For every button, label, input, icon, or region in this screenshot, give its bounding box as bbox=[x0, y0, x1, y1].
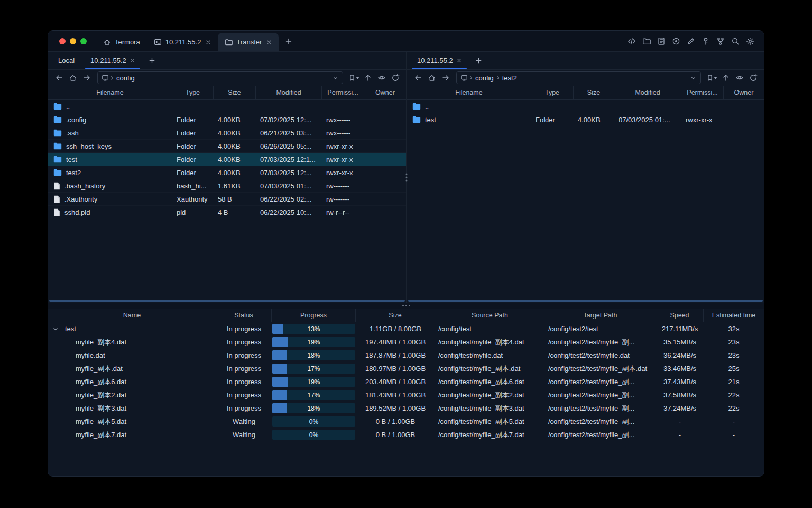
column-header[interactable]: Estimated time bbox=[704, 309, 764, 322]
expand-chevron-icon[interactable] bbox=[52, 326, 59, 332]
column-header[interactable]: Name bbox=[48, 309, 216, 322]
pane-tab-host[interactable]: 10.211.55.2 bbox=[409, 52, 469, 69]
home-button[interactable] bbox=[66, 72, 79, 84]
column-header[interactable]: Size bbox=[574, 86, 614, 99]
column-header[interactable]: Type bbox=[172, 86, 214, 99]
back-button[interactable] bbox=[52, 72, 66, 84]
pane-splitter[interactable] bbox=[406, 52, 407, 303]
column-header[interactable]: Size bbox=[214, 86, 256, 99]
close-window-button[interactable] bbox=[59, 38, 66, 44]
transfer-panel: NameStatusProgressSizeSource PathTarget … bbox=[48, 309, 764, 476]
forward-button[interactable] bbox=[439, 72, 452, 84]
file-row[interactable]: .Xauthority Xauthority 58 B 06/22/2025 0… bbox=[48, 193, 406, 206]
refresh-button[interactable] bbox=[389, 72, 402, 84]
tab-close-icon[interactable] bbox=[206, 40, 211, 45]
pencil-icon[interactable] bbox=[686, 35, 696, 47]
transfer-row[interactable]: myfile_副本2.dat In progress 17% 181.43MB … bbox=[48, 388, 764, 402]
chevron-down-icon[interactable] bbox=[332, 75, 339, 81]
branch-icon[interactable] bbox=[715, 35, 726, 47]
column-header[interactable]: Owner bbox=[364, 86, 406, 99]
empty-area bbox=[407, 126, 764, 298]
column-header[interactable]: Size bbox=[356, 309, 435, 322]
transfer-row[interactable]: myfile.dat In progress 18% 187.87MB / 1.… bbox=[48, 349, 764, 362]
show-hidden-files-toggle[interactable] bbox=[733, 72, 746, 84]
path-bar[interactable]: config test2 bbox=[456, 71, 701, 84]
parent-directory-button[interactable] bbox=[719, 72, 732, 84]
path-bar[interactable]: config bbox=[97, 71, 343, 84]
file-row[interactable]: .. bbox=[407, 100, 764, 113]
tab-close-icon[interactable] bbox=[266, 40, 272, 45]
transfer-source-path: /config/test/myfile_副本.dat bbox=[435, 364, 545, 374]
pane-tab-host[interactable]: 10.211.55.2 bbox=[82, 52, 143, 69]
code-icon[interactable] bbox=[626, 35, 637, 47]
forward-button[interactable] bbox=[80, 72, 93, 84]
breadcrumb-segment[interactable]: config bbox=[109, 74, 135, 82]
filename: sshd.pid bbox=[64, 208, 90, 216]
transfer-row[interactable]: myfile_副本6.dat In progress 19% 203.48MB … bbox=[48, 375, 764, 388]
column-header[interactable]: Target Path bbox=[545, 309, 656, 322]
splitter-handle[interactable] bbox=[406, 174, 408, 182]
file-row[interactable]: ssh_host_keys Folder 4.00KB 06/26/2025 0… bbox=[48, 140, 406, 153]
breadcrumb-segment[interactable]: config bbox=[468, 74, 494, 82]
column-header[interactable]: Permissi... bbox=[322, 86, 364, 99]
horizontal-scrollbar[interactable] bbox=[48, 298, 406, 303]
show-hidden-files-toggle[interactable] bbox=[375, 72, 388, 84]
transfer-row[interactable]: myfile_副本4.dat In progress 19% 197.48MB … bbox=[48, 335, 764, 349]
breadcrumb-segment[interactable]: test2 bbox=[495, 74, 517, 82]
column-header[interactable]: Source Path bbox=[435, 309, 545, 322]
new-tab-button[interactable] bbox=[279, 31, 299, 51]
bookmark-button[interactable] bbox=[705, 72, 718, 84]
column-header[interactable]: Owner bbox=[724, 86, 764, 99]
back-button[interactable] bbox=[411, 72, 425, 84]
column-header[interactable]: Speed bbox=[656, 309, 704, 322]
column-header[interactable]: Progress bbox=[272, 309, 356, 322]
refresh-button[interactable] bbox=[746, 72, 760, 84]
pane-tab-local[interactable]: Local bbox=[50, 52, 82, 69]
chevron-down-icon[interactable] bbox=[690, 75, 697, 81]
folder-icon[interactable] bbox=[641, 35, 652, 47]
column-header[interactable]: Status bbox=[216, 309, 272, 322]
gear-icon[interactable] bbox=[745, 35, 755, 47]
transfer-row[interactable]: myfile_副本7.dat Waiting 0% 0 B / 1.00GB /… bbox=[48, 428, 764, 441]
bookmark-dropdown-caret[interactable] bbox=[356, 77, 359, 79]
column-header[interactable]: Filename bbox=[48, 86, 172, 99]
file-row[interactable]: test Folder 4.00KB 07/03/2025 01:... rwx… bbox=[407, 113, 764, 126]
window-tab[interactable]: 10.211.55.2 bbox=[147, 33, 218, 51]
column-header[interactable]: Permissi... bbox=[681, 86, 724, 99]
add-pane-tab-button[interactable] bbox=[469, 52, 488, 69]
column-header[interactable]: Modified bbox=[256, 86, 322, 99]
file-row[interactable]: .. bbox=[48, 100, 406, 113]
key-icon[interactable] bbox=[700, 35, 711, 47]
splitter-handle[interactable] bbox=[402, 305, 410, 306]
transfer-row[interactable]: myfile_副本3.dat In progress 18% 189.52MB … bbox=[48, 402, 764, 415]
pane-tab-close-icon[interactable] bbox=[457, 58, 462, 63]
file-row[interactable]: .config Folder 4.00KB 07/02/2025 12:... … bbox=[48, 113, 406, 126]
journal-icon[interactable] bbox=[656, 35, 667, 47]
file-row[interactable]: sshd.pid pid 4 B 06/22/2025 10:... rw-r-… bbox=[48, 206, 406, 219]
file-row[interactable]: .bash_history bash_hi... 1.61KB 07/03/20… bbox=[48, 179, 406, 193]
record-icon[interactable] bbox=[671, 35, 681, 47]
file-row[interactable]: .ssh Folder 4.00KB 06/21/2025 03:... rwx… bbox=[48, 126, 406, 140]
transfer-row[interactable]: test In progress 13% 1.11GB / 8.00GB /co… bbox=[48, 322, 764, 335]
zoom-window-button[interactable] bbox=[80, 38, 87, 44]
column-header[interactable]: Filename bbox=[407, 86, 531, 99]
window-tab[interactable]: Transfer bbox=[218, 33, 279, 51]
file-row[interactable]: test Folder 4.00KB 07/03/2025 12:1... rw… bbox=[48, 153, 406, 166]
home-button[interactable] bbox=[425, 72, 438, 84]
bookmark-button[interactable] bbox=[347, 72, 361, 84]
minimize-window-button[interactable] bbox=[70, 38, 76, 44]
file-row[interactable]: test2 Folder 4.00KB 07/03/2025 12:... rw… bbox=[48, 166, 406, 179]
search-icon[interactable] bbox=[730, 35, 741, 47]
add-pane-tab-button[interactable] bbox=[143, 52, 161, 69]
pane-tab-close-icon[interactable] bbox=[130, 58, 135, 63]
transfer-row[interactable]: myfile_副本5.dat Waiting 0% 0 B / 1.00GB /… bbox=[48, 415, 764, 428]
bookmark-dropdown-caret[interactable] bbox=[714, 77, 717, 79]
horizontal-scrollbar[interactable] bbox=[407, 298, 764, 303]
window-tabbar: Termora 10.211.55.2 bbox=[96, 31, 279, 51]
transfer-row[interactable]: myfile_副本.dat In progress 17% 180.97MB /… bbox=[48, 362, 764, 375]
parent-directory-button[interactable] bbox=[361, 72, 374, 84]
transfer-panel-splitter[interactable] bbox=[48, 303, 764, 309]
window-tab[interactable]: Termora bbox=[96, 33, 147, 51]
column-header[interactable]: Type bbox=[531, 86, 574, 99]
column-header[interactable]: Modified bbox=[614, 86, 681, 99]
